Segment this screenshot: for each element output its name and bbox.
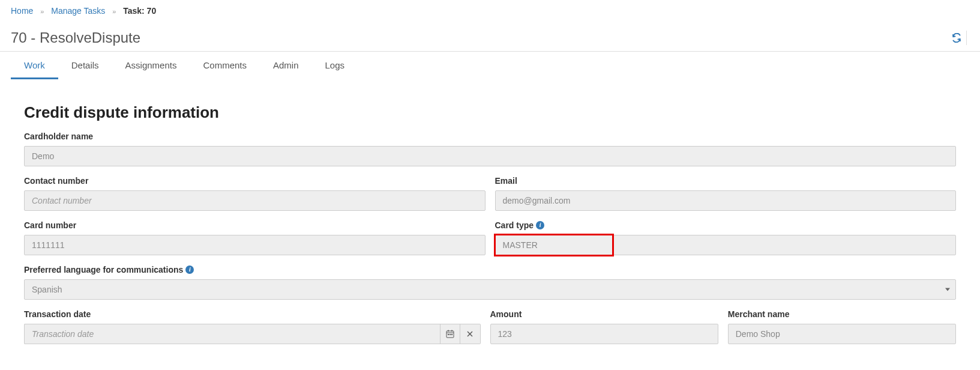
lang-select[interactable]: Spanish	[24, 279, 956, 300]
breadcrumb-current: Task: 70	[123, 6, 156, 16]
cardtype-label: Card type i	[495, 220, 957, 230]
txdate-input[interactable]	[24, 324, 440, 344]
cardtype-input[interactable]	[495, 235, 957, 255]
cardnum-label: Card number	[24, 220, 485, 230]
refresh-icon	[952, 33, 961, 43]
breadcrumb-home[interactable]: Home	[11, 6, 33, 16]
svg-rect-6	[451, 334, 452, 335]
tab-admin[interactable]: Admin	[260, 53, 312, 79]
email-label: Email	[495, 176, 957, 186]
merchant-label: Merchant name	[728, 309, 956, 319]
breadcrumb: Home » Manage Tasks » Task: 70	[0, 0, 980, 22]
section-title: Credit dispute information	[24, 103, 956, 122]
lang-label: Preferred language for communications i	[24, 265, 956, 274]
merchant-input[interactable]	[728, 324, 956, 344]
amount-label: Amount	[490, 309, 718, 319]
contact-input[interactable]	[24, 190, 485, 211]
close-icon	[467, 331, 473, 337]
info-icon[interactable]: i	[185, 265, 194, 274]
tab-details[interactable]: Details	[58, 53, 112, 79]
tab-comments[interactable]: Comments	[190, 53, 260, 79]
txdate-label: Transaction date	[24, 309, 481, 319]
cardtype-label-text: Card type	[495, 220, 534, 230]
tab-logs[interactable]: Logs	[312, 53, 358, 79]
cardnum-input[interactable]	[24, 235, 485, 255]
breadcrumb-sep-icon: »	[40, 8, 44, 15]
info-icon[interactable]: i	[536, 221, 544, 229]
email-input[interactable]	[495, 190, 957, 211]
contact-label: Contact number	[24, 176, 485, 186]
calendar-icon	[446, 330, 454, 338]
breadcrumb-sep-icon: »	[112, 8, 116, 15]
cardholder-input[interactable]	[24, 146, 956, 166]
page-title: 70 - ResolveDispute	[11, 29, 140, 46]
cardholder-label: Cardholder name	[24, 132, 956, 141]
page-header: 70 - ResolveDispute	[0, 22, 980, 52]
tab-assignments[interactable]: Assignments	[112, 53, 190, 79]
content-area: Credit dispute information Cardholder na…	[0, 79, 980, 366]
svg-rect-4	[448, 334, 449, 335]
lang-label-text: Preferred language for communications	[24, 265, 183, 274]
clear-date-button[interactable]	[460, 324, 481, 344]
calendar-button[interactable]	[440, 324, 460, 344]
tabs: Work Details Assignments Comments Admin …	[0, 53, 980, 79]
amount-input[interactable]	[490, 324, 718, 344]
svg-rect-5	[449, 334, 451, 335]
refresh-button[interactable]	[947, 31, 967, 45]
tab-work[interactable]: Work	[11, 53, 58, 79]
breadcrumb-manage-tasks[interactable]: Manage Tasks	[51, 6, 105, 16]
